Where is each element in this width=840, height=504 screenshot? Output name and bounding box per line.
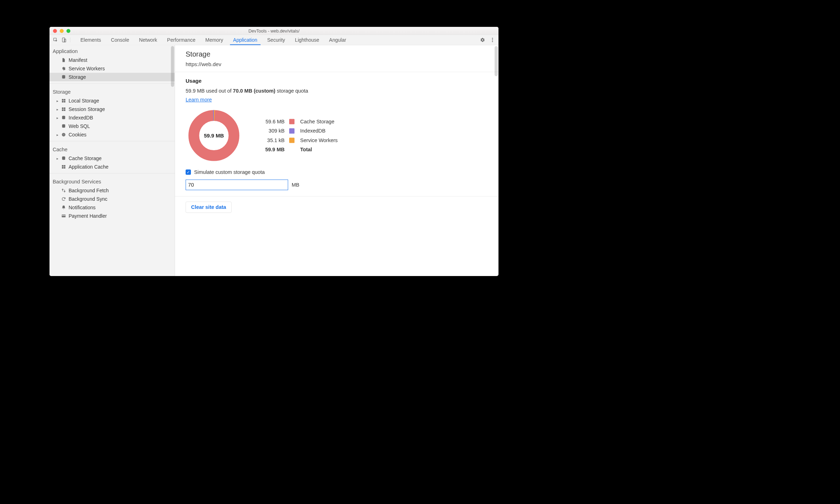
database-icon (61, 156, 66, 161)
svg-rect-13 (64, 107, 65, 109)
tab-console[interactable]: Console (106, 35, 134, 45)
svg-point-5 (492, 41, 493, 42)
sidebar-item-label: Storage (69, 74, 86, 80)
sidebar-section-cache: Cache (49, 143, 175, 154)
sidebar-item-background-sync[interactable]: Background Sync (49, 195, 175, 203)
tab-angular[interactable]: Angular (324, 35, 351, 45)
chevron-right-icon[interactable]: ▸ (56, 133, 59, 137)
sidebar-item-session-storage[interactable]: ▸Session Storage (49, 105, 175, 113)
svg-rect-26 (62, 167, 63, 169)
sidebar-item-payment-handler[interactable]: Payment Handler (49, 212, 175, 220)
svg-point-4 (492, 39, 493, 40)
kebab-menu-icon[interactable] (490, 37, 495, 42)
database-icon (61, 115, 66, 120)
sidebar-item-storage[interactable]: Storage (49, 73, 175, 81)
tab-security[interactable]: Security (262, 35, 290, 45)
svg-rect-11 (64, 101, 65, 102)
sync-icon (61, 197, 66, 201)
chevron-right-icon[interactable]: ▸ (56, 116, 59, 120)
legend-total-label: Total (300, 147, 338, 153)
sidebar-item-label: Cache Storage (69, 156, 101, 161)
sidebar-scrollbar[interactable] (171, 46, 174, 87)
main-scrollbar[interactable] (495, 46, 498, 76)
sidebar-item-cookies[interactable]: ▸Cookies (49, 130, 175, 139)
tab-elements[interactable]: Elements (76, 35, 106, 45)
grid-icon (61, 107, 66, 112)
usage-line: 59.9 MB used out of 70.0 MB (custom) sto… (186, 88, 488, 94)
tab-network[interactable]: Network (134, 35, 162, 45)
legend-value: 35.1 kB (258, 137, 285, 143)
sidebar-item-cache-storage[interactable]: ▸Cache Storage (49, 154, 175, 163)
chevron-right-icon[interactable]: ▸ (56, 99, 59, 103)
gear-icon[interactable] (480, 37, 485, 42)
sidebar-item-label: Payment Handler (69, 213, 107, 219)
svg-point-20 (64, 134, 64, 134)
tab-lighthouse[interactable]: Lighthouse (290, 35, 324, 45)
bell-icon (61, 205, 66, 210)
sidebar-item-label: Session Storage (69, 106, 105, 112)
grid-icon (61, 98, 66, 103)
sidebar-section-application: Application (49, 45, 175, 56)
simulate-quota-checkbox[interactable]: ✓ (186, 169, 191, 175)
quota-input[interactable] (186, 180, 288, 190)
window-title: DevTools - web.dev/vitals/ (49, 28, 498, 34)
sidebar-item-application-cache[interactable]: Application Cache (49, 163, 175, 171)
legend-label: IndexedDB (300, 128, 338, 134)
tab-memory[interactable]: Memory (200, 35, 228, 45)
svg-rect-27 (64, 167, 65, 169)
svg-rect-9 (64, 99, 65, 100)
database-icon (61, 124, 66, 129)
svg-point-18 (62, 133, 65, 136)
origin-label: https://web.dev (186, 61, 488, 67)
tab-performance[interactable]: Performance (162, 35, 200, 45)
legend-total-value: 59.9 MB (258, 147, 285, 153)
sidebar-item-web-sql[interactable]: Web SQL (49, 122, 175, 130)
usage-donut-chart: 59.9 MB (186, 107, 242, 164)
svg-rect-10 (62, 101, 63, 102)
file-icon (61, 58, 66, 63)
page-title: Storage (186, 50, 488, 58)
svg-point-19 (63, 134, 64, 135)
sidebar-item-label: Service Workers (69, 66, 105, 71)
sidebar-item-manifest[interactable]: Manifest (49, 56, 175, 64)
sidebar-item-notifications[interactable]: Notifications (49, 203, 175, 212)
clear-site-data-button[interactable]: Clear site data (186, 202, 232, 213)
chevron-right-icon[interactable]: ▸ (56, 107, 59, 111)
svg-rect-15 (64, 110, 65, 111)
simulate-quota-label: Simulate custom storage quota (194, 169, 265, 175)
sidebar-item-label: Manifest (69, 57, 87, 63)
usage-used: 59.9 MB used out of (186, 88, 233, 94)
card-icon (61, 213, 66, 218)
sidebar-item-label: Background Fetch (69, 188, 109, 193)
learn-more-link[interactable]: Learn more (186, 97, 212, 102)
sidebar-item-service-workers[interactable]: Service Workers (49, 64, 175, 73)
sidebar-item-indexeddb[interactable]: ▸IndexedDB (49, 113, 175, 122)
cookie-icon (61, 132, 66, 137)
usage-legend: 59.6 MBCache Storage309 kBIndexedDB35.1 … (258, 119, 338, 153)
sidebar-item-local-storage[interactable]: ▸Local Storage (49, 96, 175, 105)
sidebar-item-label: IndexedDB (69, 115, 93, 121)
swap-icon (61, 188, 66, 193)
tab-application[interactable]: Application (228, 35, 262, 45)
legend-label: Service Workers (300, 137, 338, 143)
grid-icon (61, 164, 66, 169)
panel-tabs: ElementsConsoleNetworkPerformanceMemoryA… (49, 35, 498, 45)
device-toolbar-icon[interactable] (62, 37, 66, 42)
devtools-window: DevTools - web.dev/vitals/ Eleme (49, 27, 498, 276)
sidebar-item-background-fetch[interactable]: Background Fetch (49, 186, 175, 195)
titlebar: DevTools - web.dev/vitals/ (49, 27, 498, 35)
svg-rect-25 (64, 165, 65, 166)
chevron-right-icon[interactable]: ▸ (56, 156, 59, 160)
svg-rect-24 (62, 165, 63, 166)
inspect-icon[interactable] (53, 37, 58, 42)
sidebar-item-label: Background Sync (69, 196, 107, 202)
svg-rect-12 (62, 107, 63, 109)
gear-icon (61, 66, 66, 71)
svg-point-22 (63, 135, 63, 135)
svg-rect-14 (62, 110, 63, 111)
storage-panel: Storage https://web.dev Usage 59.9 MB us… (175, 45, 498, 276)
legend-label: Cache Storage (300, 119, 338, 125)
sidebar-item-label: Local Storage (69, 98, 99, 104)
svg-rect-1 (62, 38, 65, 42)
sidebar-item-label: Cookies (69, 132, 87, 137)
